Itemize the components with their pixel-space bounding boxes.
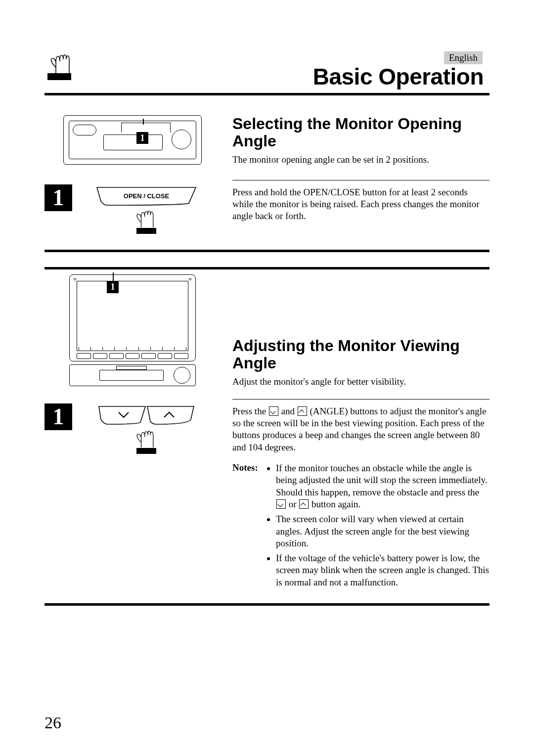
angle-buttons-diagram [72,403,221,464]
angle-up-icon [298,406,307,416]
step-instruction: Press the and (ANGLE) buttons to adjust … [232,405,490,453]
section-intro: The monitor opening angle can be set in … [232,154,490,166]
page-title: Basic Operation [44,63,490,90]
page-number: 26 [44,713,61,732]
unit-faceplate-diagram: 1 [63,115,202,165]
callout-marker: 1 [136,132,148,144]
svg-rect-0 [136,228,156,234]
note-item: If the voltage of the vehicle's battery … [276,552,490,588]
angle-down-icon [276,499,286,509]
section-intro: Adjust the monitor's angle for better vi… [232,376,490,388]
svg-rect-1 [136,448,156,454]
step-number: 1 [44,184,72,211]
hand-icon [48,49,70,74]
open-close-button-diagram: OPEN / CLOSE [72,184,221,240]
angle-down-icon [269,406,278,416]
title-rule [44,93,490,95]
notes-label: Notes: [232,462,267,591]
section-heading: Selecting the Monitor Opening Angle [232,115,490,150]
notes-block: Notes: If the monitor touches an obstacl… [232,462,490,591]
manual-operation-icon [47,49,71,80]
button-label: OPEN / CLOSE [124,192,170,200]
note-item: The screen color will vary when viewed a… [276,513,490,549]
step-instruction: Press and hold the OPEN/CLOSE button for… [232,186,490,222]
callout-marker: 1 [107,281,119,293]
section-heading: Adjusting the Monitor Viewing Angle [232,337,490,372]
step-number: 1 [44,403,72,430]
language-label: English [444,51,483,64]
note-item: If the monitor touches an obstacle while… [276,462,490,510]
monitor-open-diagram: 1 [69,274,196,388]
angle-up-icon [299,499,309,509]
